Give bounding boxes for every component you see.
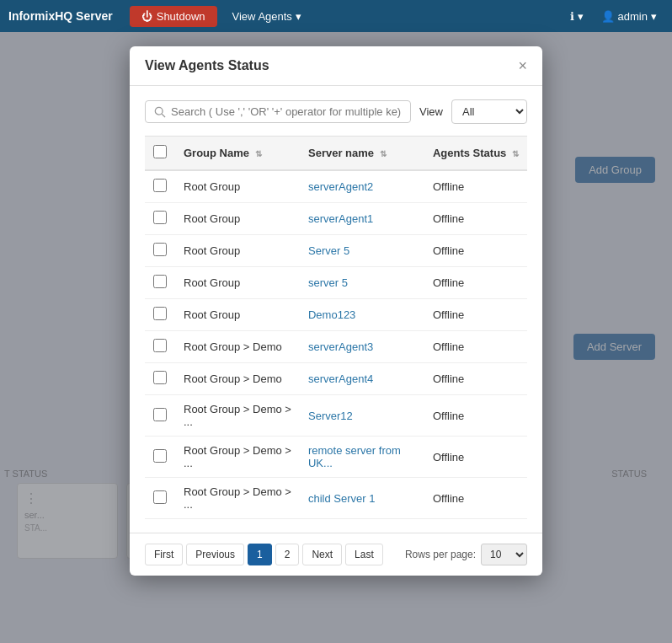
row-checkbox-9[interactable] — [153, 490, 167, 504]
next-page-button[interactable]: Next — [302, 544, 342, 565]
admin-label: admin — [618, 10, 648, 23]
modal-body: View All Online Offline Group Name ⇅ — [130, 86, 542, 533]
cell-group-name: Root Group — [175, 203, 300, 235]
page-1-button[interactable]: 1 — [248, 544, 272, 565]
cell-server-name[interactable]: server 5 — [308, 276, 348, 289]
cell-agents-status: Offline — [424, 395, 527, 437]
table-row: Root GroupserverAgent2Offline — [145, 170, 527, 203]
info-icon: ℹ — [570, 10, 574, 23]
row-checkbox-6[interactable] — [153, 371, 167, 384]
cell-group-name: Root Group — [175, 267, 300, 299]
header-group-name: Group Name ⇅ — [175, 137, 300, 171]
rows-per-page-label: Rows per page: — [405, 549, 476, 560]
header-agents-status: Agents Status ⇅ — [424, 137, 527, 171]
power-icon: ⏻ — [141, 10, 152, 23]
info-nav[interactable]: ℹ ▾ — [563, 6, 590, 27]
navbar: InformixHQ Server ⏻ Shutdown View Agents… — [0, 0, 672, 32]
table-row: Root Group > Demo > ...remote server fro… — [145, 437, 527, 478]
search-bar: View All Online Offline — [145, 99, 527, 124]
cell-server-name[interactable]: Server 5 — [308, 244, 349, 257]
table-row: Root Group > DemoserverAgent3Offline — [145, 331, 527, 363]
view-agents-caret: ▾ — [296, 10, 301, 23]
cell-server-name[interactable]: serverAgent4 — [308, 372, 373, 385]
cell-group-name: Root Group — [175, 299, 300, 331]
header-server-name: Server name ⇅ — [300, 137, 424, 171]
cell-group-name: Root Group > Demo — [175, 331, 300, 363]
table-head: Group Name ⇅ Server name ⇅ Agents Status… — [145, 137, 527, 171]
rows-per-page: Rows per page: 10 25 50 100 — [405, 544, 527, 565]
cell-agents-status: Offline — [424, 203, 527, 235]
modal-title: View Agents Status — [145, 58, 269, 73]
cell-group-name: Root Group — [175, 235, 300, 267]
previous-page-button[interactable]: Previous — [186, 544, 244, 565]
row-checkbox-2[interactable] — [153, 243, 167, 256]
page-2-button[interactable]: 2 — [275, 544, 300, 565]
cell-server-name[interactable]: Demo123 — [308, 308, 355, 321]
cell-agents-status: Offline — [424, 235, 527, 267]
modal-close-button[interactable]: × — [518, 58, 527, 73]
search-input-wrap — [145, 100, 411, 123]
svg-line-1 — [162, 114, 165, 117]
rows-per-page-select[interactable]: 10 25 50 100 — [481, 544, 527, 565]
cell-agents-status: Offline — [424, 478, 527, 519]
cell-server-name[interactable]: serverAgent2 — [308, 180, 373, 193]
user-icon: 👤 — [601, 10, 615, 23]
cell-group-name: Root Group > Demo > ... — [175, 395, 300, 437]
table-row: Root GroupDemo123Offline — [145, 299, 527, 331]
table-row: Root GroupServer 5Offline — [145, 235, 527, 267]
search-icon — [154, 106, 166, 118]
modal-header: View Agents Status × — [130, 46, 542, 86]
select-all-checkbox[interactable] — [153, 145, 167, 158]
cell-server-name[interactable]: Server12 — [308, 410, 353, 422]
table-row: Root Groupserver 5Offline — [145, 267, 527, 299]
agents-status-sort-icon[interactable]: ⇅ — [512, 149, 519, 158]
shutdown-label: Shutdown — [157, 10, 205, 23]
group-name-sort-icon[interactable]: ⇅ — [255, 149, 262, 158]
row-checkbox-7[interactable] — [153, 408, 167, 421]
view-select[interactable]: All Online Offline — [451, 99, 527, 124]
table-row: Root GroupserverAgent1Offline — [145, 203, 527, 235]
navbar-right: ℹ ▾ 👤 admin ▾ — [563, 6, 664, 27]
first-page-button[interactable]: First — [145, 544, 183, 565]
agents-status-header-label: Agents Status — [433, 147, 506, 159]
agents-table: Group Name ⇅ Server name ⇅ Agents Status… — [145, 136, 527, 519]
table-header-row: Group Name ⇅ Server name ⇅ Agents Status… — [145, 137, 527, 171]
shutdown-button[interactable]: ⏻ Shutdown — [130, 6, 217, 27]
server-name-sort-icon[interactable]: ⇅ — [380, 149, 387, 158]
row-checkbox-3[interactable] — [153, 275, 167, 288]
row-checkbox-8[interactable] — [153, 449, 167, 463]
cell-server-name[interactable]: serverAgent3 — [308, 340, 373, 353]
view-agents-label: View Agents — [232, 10, 292, 23]
cell-agents-status: Offline — [424, 363, 527, 395]
info-caret: ▾ — [578, 10, 584, 23]
cell-agents-status: Offline — [424, 170, 527, 203]
header-checkbox-col — [145, 137, 175, 171]
admin-nav[interactable]: 👤 admin ▾ — [595, 6, 664, 27]
admin-caret: ▾ — [651, 10, 657, 23]
last-page-button[interactable]: Last — [345, 544, 383, 565]
cell-group-name: Root Group > Demo > ... — [175, 478, 300, 519]
cell-group-name: Root Group — [175, 170, 300, 203]
search-input[interactable] — [171, 105, 402, 118]
svg-point-0 — [155, 107, 163, 115]
cell-group-name: Root Group > Demo > ... — [175, 437, 300, 478]
view-agents-modal: View Agents Status × View All Online Off… — [130, 46, 542, 576]
row-checkbox-4[interactable] — [153, 307, 167, 320]
cell-agents-status: Offline — [424, 299, 527, 331]
pagination-bar: First Previous 1 2 Next Last Rows per pa… — [130, 533, 542, 576]
group-name-header-label: Group Name — [184, 147, 249, 159]
table-row: Root Group > DemoserverAgent4Offline — [145, 363, 527, 395]
table-row: Root Group > Demo > ...Server12Offline — [145, 395, 527, 437]
cell-server-name[interactable]: remote server from UK... — [308, 444, 401, 469]
cell-group-name: Root Group > Demo — [175, 363, 300, 395]
view-agents-nav[interactable]: View Agents ▾ — [226, 6, 308, 27]
cell-agents-status: Offline — [424, 267, 527, 299]
table-body: Root GroupserverAgent2OfflineRoot Groups… — [145, 170, 527, 519]
row-checkbox-5[interactable] — [153, 339, 167, 352]
row-checkbox-0[interactable] — [153, 179, 167, 192]
row-checkbox-1[interactable] — [153, 211, 167, 224]
cell-server-name[interactable]: serverAgent1 — [308, 212, 373, 225]
cell-server-name[interactable]: child Server 1 — [308, 492, 375, 505]
cell-agents-status: Offline — [424, 437, 527, 478]
view-label: View — [419, 105, 443, 118]
